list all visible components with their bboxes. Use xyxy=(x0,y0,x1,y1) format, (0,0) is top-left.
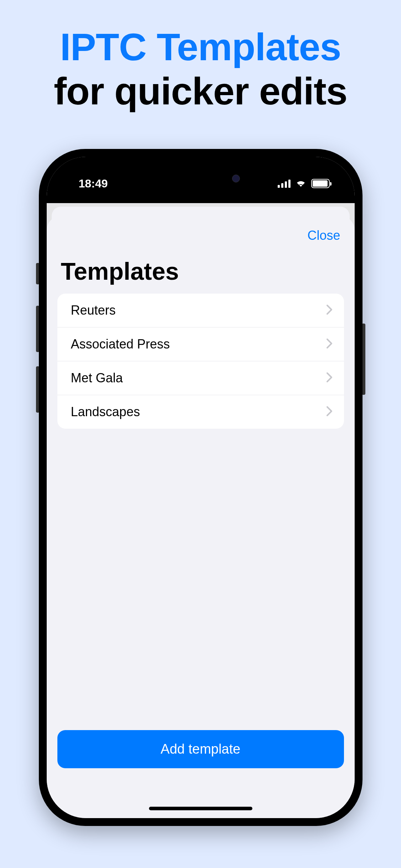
svg-rect-2 xyxy=(285,181,287,188)
template-row-reuters[interactable]: Reuters xyxy=(57,294,344,327)
chevron-right-icon xyxy=(326,406,333,418)
battery-icon xyxy=(311,179,330,188)
marketing-header: IPTC Templates for quicker edits xyxy=(0,0,401,113)
modal-navbar: Close xyxy=(47,216,355,247)
template-row-associated-press[interactable]: Associated Press xyxy=(57,327,344,361)
wifi-icon xyxy=(295,179,307,188)
front-camera-icon xyxy=(232,175,240,182)
modal-footer: Add template xyxy=(47,730,355,818)
templates-modal: Close Templates Reuters Associated Press xyxy=(47,216,355,818)
modal-title: Templates xyxy=(47,247,355,294)
template-label: Met Gala xyxy=(71,371,123,386)
phone-mockup: 18:49 Close xyxy=(39,149,363,826)
chevron-right-icon xyxy=(326,372,333,384)
svg-rect-1 xyxy=(281,183,283,188)
marketing-headline-2: for quicker edits xyxy=(0,69,401,113)
status-time: 18:49 xyxy=(79,177,108,190)
template-row-landscapes[interactable]: Landscapes xyxy=(57,395,344,429)
home-indicator[interactable] xyxy=(149,807,252,810)
chevron-right-icon xyxy=(326,304,333,316)
template-row-met-gala[interactable]: Met Gala xyxy=(57,361,344,395)
template-label: Associated Press xyxy=(71,337,170,352)
cellular-signal-icon xyxy=(278,179,291,188)
dynamic-island xyxy=(154,167,247,190)
status-icons xyxy=(278,179,330,188)
template-label: Landscapes xyxy=(71,404,140,419)
template-label: Reuters xyxy=(71,303,116,318)
add-template-button[interactable]: Add template xyxy=(57,730,344,768)
svg-rect-3 xyxy=(288,180,291,188)
marketing-headline-1: IPTC Templates xyxy=(0,25,401,69)
close-button[interactable]: Close xyxy=(307,228,340,243)
template-list: Reuters Associated Press Met Gala xyxy=(57,294,344,429)
chevron-right-icon xyxy=(326,338,333,350)
svg-rect-0 xyxy=(278,185,280,188)
